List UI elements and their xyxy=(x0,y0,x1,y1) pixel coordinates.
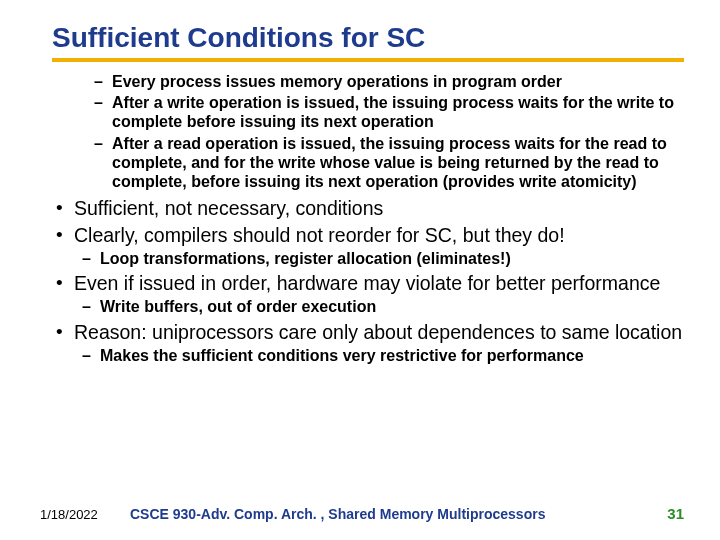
bullet-list: Sufficient, not necessary, conditionsCle… xyxy=(52,197,684,365)
sub-dash-item: Makes the sufficient conditions very res… xyxy=(82,346,684,365)
slide-title: Sufficient Conditions for SC xyxy=(52,22,684,54)
bullet-item: Clearly, compilers should not reorder fo… xyxy=(52,224,684,247)
leading-dash-item: After a write operation is issued, the i… xyxy=(94,93,684,131)
bullet-item: Reason: uniprocessors care only about de… xyxy=(52,321,684,344)
sub-dash-list: Makes the sufficient conditions very res… xyxy=(82,346,684,365)
bullet-text: Clearly, compilers should not reorder fo… xyxy=(74,224,565,246)
leading-dash-item: After a read operation is issued, the is… xyxy=(94,134,684,192)
sub-dash-item: Loop transformations, register allocatio… xyxy=(82,249,684,268)
slide-content: Every process issues memory operations i… xyxy=(52,72,684,365)
slide-footer: 1/18/2022 CSCE 930-Adv. Comp. Arch. , Sh… xyxy=(0,505,720,522)
footer-page-number: 31 xyxy=(667,505,684,522)
bullet-item: Sufficient, not necessary, conditions xyxy=(52,197,684,220)
leading-dash-item: Every process issues memory operations i… xyxy=(94,72,684,91)
leading-dash-list: Every process issues memory operations i… xyxy=(94,72,684,191)
sub-dash-list: Write buffers, out of order execution xyxy=(82,297,684,316)
title-underline xyxy=(52,58,684,62)
bullet-text: Reason: uniprocessors care only about de… xyxy=(74,321,682,343)
sub-dash-item: Write buffers, out of order execution xyxy=(82,297,684,316)
slide: Sufficient Conditions for SC Every proce… xyxy=(0,0,720,540)
bullet-text: Even if issued in order, hardware may vi… xyxy=(74,272,660,294)
bullet-text: Sufficient, not necessary, conditions xyxy=(74,197,383,219)
sub-dash-list: Loop transformations, register allocatio… xyxy=(82,249,684,268)
footer-course: CSCE 930-Adv. Comp. Arch. , Shared Memor… xyxy=(130,506,667,522)
bullet-item: Even if issued in order, hardware may vi… xyxy=(52,272,684,295)
footer-date: 1/18/2022 xyxy=(40,507,130,522)
